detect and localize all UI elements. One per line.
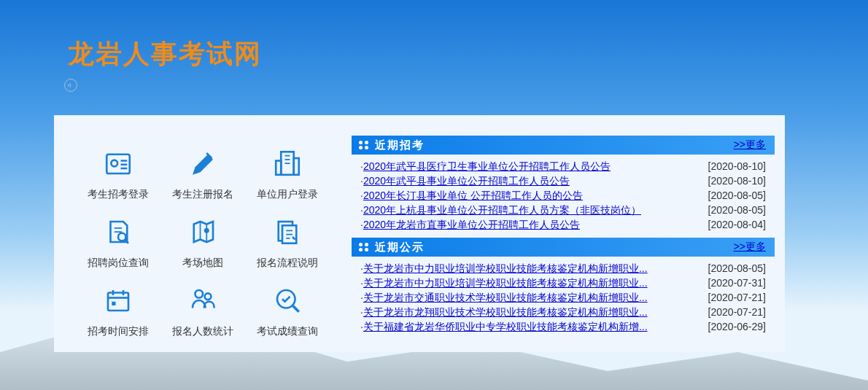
nav-label: 考试成绩查询 [257, 325, 318, 338]
list-link[interactable]: 2020年长汀县事业单位 公开招聘工作人员的公告 [363, 188, 583, 203]
svg-rect-10 [112, 302, 115, 305]
section-header-notice: 近期公示 >>更多 [352, 238, 775, 257]
nav-item-stats[interactable]: 报名人数统计 [161, 283, 245, 350]
main-panel: 考生招考登录考生注册报名单位用户登录招聘岗位查询考场地图报名流程说明招考时间安排… [54, 115, 785, 352]
list-date: [2020-08-10] [708, 173, 766, 188]
stats-icon [185, 283, 220, 318]
section-title-recruit: 近期招考 [375, 139, 425, 152]
list-body-recruit: ·2020年武平县医疗卫生事业单位公开招聘工作人员公告[2020-08-10]·… [352, 155, 775, 238]
list-link[interactable]: 关于龙岩市中力职业培训学校职业技能考核鉴定机构新增职业... [363, 261, 648, 276]
score-icon [270, 283, 305, 318]
list-item: ·关于龙岩市中力职业培训学校职业技能考核鉴定机构新增职业...[2020-08-… [360, 261, 766, 276]
list-link[interactable]: 2020年武平县事业单位公开招聘工作人员公告 [363, 173, 570, 188]
list-item: ·2020年上杭县事业单位公开招聘工作人员方案（非医技岗位）[2020-08-0… [360, 203, 766, 217]
icon-grid: 考生招考登录考生注册报名单位用户登录招聘岗位查询考场地图报名流程说明招考时间安排… [54, 115, 352, 352]
nav-label: 考场地图 [182, 257, 223, 270]
section-title-notice: 近期公示 [375, 241, 425, 254]
schedule-icon [101, 283, 136, 318]
list-link[interactable]: 2020年上杭县事业单位公开招聘工作人员方案（非医技岗位） [363, 203, 641, 217]
list-date: [2020-06-29] [708, 319, 766, 334]
nav-label: 报名人数统计 [172, 325, 233, 338]
register-icon [185, 146, 220, 181]
lists-column: 近期招考 >>更多 ·2020年武平县医疗卫生事业单位公开招聘工作人员公告[20… [352, 115, 785, 352]
list-link[interactable]: 2020年武平县医疗卫生事业单位公开招聘工作人员公告 [363, 159, 611, 173]
list-link[interactable]: 关于龙岩市中力职业培训学校职业技能考核鉴定机构新增职业... [363, 276, 648, 290]
map-icon [185, 214, 220, 249]
nav-item-schedule[interactable]: 招考时间安排 [77, 283, 160, 350]
dots-icon [359, 141, 369, 149]
list-item: ·2020年龙岩市直事业单位公开招聘工作人员公告[2020-08-04] [360, 217, 766, 232]
list-item: ·2020年长汀县事业单位 公开招聘工作人员的公告[2020-08-05] [360, 188, 766, 203]
nav-label: 招聘岗位查询 [88, 257, 149, 270]
list-item: ·2020年武平县事业单位公开招聘工作人员公告[2020-08-10] [360, 173, 766, 188]
list-item: ·关于龙岩市交通职业技术学校职业技能考核鉴定机构新增职业...[2020-07-… [360, 290, 766, 305]
list-link[interactable]: 关于龙岩市龙翔职业技术学校职业技能考核鉴定机构新增职业... [363, 305, 648, 319]
svg-rect-9 [108, 293, 128, 311]
nav-item-map[interactable]: 考场地图 [161, 214, 245, 281]
list-date: [2020-08-05] [708, 188, 766, 203]
list-link[interactable]: 关于龙岩市交通职业技术学校职业技能考核鉴定机构新增职业... [363, 290, 648, 305]
list-item: ·关于龙岩市龙翔职业技术学校职业技能考核鉴定机构新增职业...[2020-07-… [360, 305, 766, 319]
flow-icon [270, 214, 305, 249]
nav-label: 报名流程说明 [257, 257, 318, 270]
list-date: [2020-08-05] [708, 203, 766, 217]
list-date: [2020-08-10] [708, 159, 766, 173]
list-date: [2020-08-04] [708, 217, 766, 232]
jobs-icon [101, 214, 136, 249]
announcement-icon[interactable] [64, 79, 77, 92]
list-link[interactable]: 关于福建省龙岩华侨职业中专学校职业技能考核鉴定机构新增... [363, 319, 648, 334]
login-icon [101, 146, 136, 181]
section-header-recruit: 近期招考 >>更多 [352, 136, 775, 155]
nav-item-login[interactable]: 考生招考登录 [77, 146, 160, 213]
list-link[interactable]: 2020年龙岩市直事业单位公开招聘工作人员公告 [363, 217, 580, 232]
list-date: [2020-07-21] [708, 290, 766, 305]
nav-label: 招考时间安排 [88, 325, 149, 338]
site-title: 龙岩人事考试网 [68, 36, 262, 72]
svg-rect-4 [294, 158, 299, 175]
list-body-notice: ·关于龙岩市中力职业培训学校职业技能考核鉴定机构新增职业...[2020-08-… [352, 257, 775, 340]
list-date: [2020-07-31] [708, 276, 766, 290]
list-item: ·2020年武平县医疗卫生事业单位公开招聘工作人员公告[2020-08-10] [360, 159, 766, 173]
nav-label: 考生注册报名 [172, 188, 233, 201]
svg-point-1 [111, 160, 117, 167]
more-link-notice[interactable]: >>更多 [734, 241, 766, 254]
svg-point-11 [195, 290, 204, 298]
svg-point-6 [204, 228, 209, 233]
list-item: ·关于龙岩市中力职业培训学校职业技能考核鉴定机构新增职业...[2020-07-… [360, 276, 766, 290]
svg-rect-3 [276, 161, 281, 175]
dots-icon [359, 243, 369, 251]
nav-item-register[interactable]: 考生注册报名 [161, 146, 245, 213]
nav-item-flow[interactable]: 报名流程说明 [246, 214, 330, 281]
org-icon [270, 146, 305, 181]
more-link-recruit[interactable]: >>更多 [734, 139, 766, 152]
nav-item-org[interactable]: 单位用户登录 [246, 146, 330, 213]
list-date: [2020-08-05] [708, 261, 766, 276]
nav-item-jobs[interactable]: 招聘岗位查询 [77, 214, 160, 281]
list-date: [2020-07-21] [708, 305, 766, 319]
nav-label: 单位用户登录 [257, 188, 318, 201]
nav-item-score[interactable]: 考试成绩查询 [246, 283, 330, 350]
nav-label: 考生招考登录 [88, 188, 149, 201]
svg-point-12 [205, 293, 212, 300]
list-item: ·关于福建省龙岩华侨职业中专学校职业技能考核鉴定机构新增...[2020-06-… [360, 319, 766, 334]
